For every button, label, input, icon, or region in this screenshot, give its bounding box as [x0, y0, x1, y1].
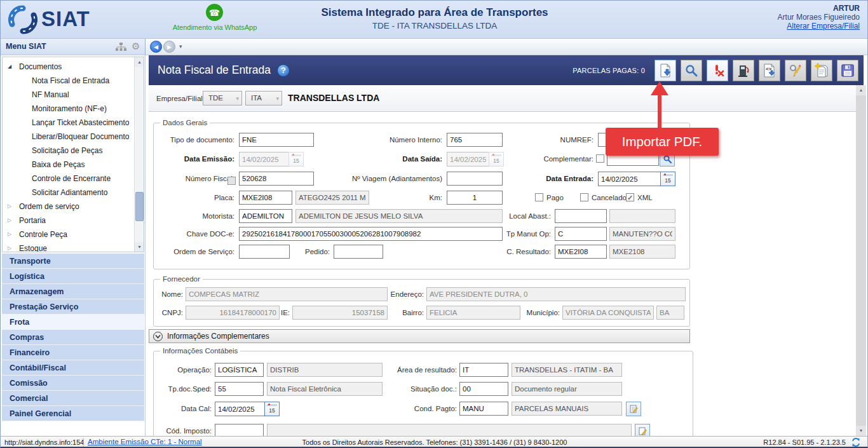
- chevron-down-icon: ▾: [236, 92, 239, 105]
- save-button[interactable]: [837, 60, 858, 81]
- sidebar-section-bar[interactable]: Transporte: [2, 254, 144, 269]
- sidebar-section-bar[interactable]: Comercial: [2, 391, 144, 406]
- calendar-icon[interactable]: 15: [660, 172, 675, 186]
- search-button[interactable]: [681, 60, 702, 81]
- whatsapp-icon[interactable]: ☎: [206, 4, 223, 21]
- motorista-input[interactable]: [239, 209, 292, 223]
- scroll-down-icon[interactable]: ▼: [135, 242, 144, 252]
- empresa-select[interactable]: TDE▾: [203, 91, 242, 105]
- tp-manut-op-input[interactable]: [555, 227, 607, 241]
- tree-expanded-icon[interactable]: ◢: [8, 60, 15, 74]
- whatsapp-label[interactable]: Atendimento via WhatsApp: [161, 24, 269, 31]
- tree-node-collapsed[interactable]: ▷ Estoque: [3, 241, 144, 252]
- tree-leaf-item[interactable]: Liberar/Bloquear Documento: [3, 130, 144, 144]
- pago-checkbox[interactable]: [535, 193, 543, 201]
- sidebar-section-bar[interactable]: Contábil/Fiscal: [2, 360, 144, 376]
- sidebar-section-bar[interactable]: Frota: [2, 315, 144, 330]
- tree-collapsed-icon[interactable]: ▷: [8, 227, 15, 241]
- sitemap-icon[interactable]: [116, 42, 126, 52]
- data-cal-input[interactable]: [215, 402, 264, 416]
- tree-node-documentos[interactable]: ◢ Documentos: [3, 60, 144, 74]
- chave-doce-input[interactable]: [239, 227, 503, 241]
- scrollbar-thumb[interactable]: [135, 192, 144, 221]
- parcelas-pagas-label: PARCELAS PAGAS: 0: [573, 67, 645, 74]
- tree-node-collapsed[interactable]: ▷ Ordem de serviço: [3, 200, 144, 214]
- new-document-button[interactable]: [811, 60, 832, 81]
- fornecedor-municipio-field: [562, 306, 654, 320]
- sidebar-section-bar[interactable]: Logística: [2, 269, 144, 284]
- tree-node-collapsed[interactable]: ▷ Portaria: [3, 214, 144, 227]
- edit-key-button[interactable]: [785, 60, 806, 81]
- cond-pagto-input[interactable]: [459, 402, 508, 416]
- page-header-subtitle: TDE - ITA TRANSDELLAS LTDA: [308, 21, 562, 31]
- situacao-doc-input[interactable]: [459, 382, 508, 396]
- tree-node-collapsed[interactable]: ▷ Controle Peça: [3, 227, 144, 241]
- data-entrada-input[interactable]: [598, 172, 660, 186]
- field-label: Nº Viagem (Adiantamentos): [318, 172, 442, 186]
- scroll-down-icon[interactable]: ▼: [856, 426, 866, 436]
- ordem-servico-input[interactable]: [239, 245, 290, 259]
- operacao-input[interactable]: [215, 363, 264, 377]
- tree-leaf-item[interactable]: Solicitação de Peças: [3, 144, 144, 158]
- filial-select[interactable]: ITA▾: [245, 91, 282, 105]
- tree-leaf-item[interactable]: Controle de Encerrante: [3, 172, 144, 186]
- field-label: Chave DOC-e:: [152, 227, 234, 241]
- tree-leaf-item[interactable]: NF Manual: [3, 88, 144, 102]
- tree-leaf-item[interactable]: Solicitar Adiantamento: [3, 186, 144, 200]
- data-cal-field[interactable]: 15: [215, 402, 280, 416]
- km-input[interactable]: [447, 191, 503, 205]
- calendar-icon[interactable]: 15: [264, 402, 280, 416]
- tree-collapsed-icon[interactable]: ▷: [8, 241, 15, 252]
- info-complementares-toggle-bar[interactable]: Informações Complementares: [149, 329, 690, 343]
- complementar-checkbox[interactable]: [596, 154, 604, 163]
- app-header: SIAT ☎ Atendimento via WhatsApp Sistema …: [1, 1, 868, 39]
- sidebar-section-bar[interactable]: Comissão: [2, 376, 144, 391]
- import-pdf-button[interactable]: [654, 60, 676, 81]
- tree-collapsed-icon[interactable]: ▷: [8, 200, 15, 214]
- data-entrada-field[interactable]: 15: [598, 172, 675, 186]
- cancel-document-button[interactable]: [707, 60, 728, 81]
- c-resultado-input[interactable]: [555, 245, 607, 259]
- settings-gear-icon[interactable]: ⚙: [132, 41, 140, 51]
- tree-scrollbar[interactable]: ▲ ▼: [134, 57, 144, 252]
- num-viagem-input[interactable]: [447, 172, 503, 186]
- cancelado-checkbox[interactable]: [580, 193, 588, 201]
- tree-collapsed-icon[interactable]: ▷: [8, 214, 15, 227]
- tp-doc-sped-input[interactable]: [215, 382, 264, 396]
- chevron-down-icon[interactable]: [153, 332, 163, 341]
- xml-checkbox[interactable]: ✓: [626, 193, 634, 201]
- forward-button[interactable]: ▶: [163, 41, 175, 53]
- scroll-up-icon[interactable]: ▲: [856, 85, 866, 95]
- numero-fiscal-input[interactable]: [239, 172, 314, 186]
- numero-interno-input[interactable]: [447, 133, 503, 147]
- tree-leaf-item[interactable]: Baixa de Peças: [3, 158, 144, 172]
- back-button[interactable]: ◀: [150, 41, 162, 53]
- tree-leaf-item[interactable]: Monitoramento (NF-e): [3, 102, 144, 116]
- numero-fiscal-checkbox[interactable]: [227, 177, 236, 185]
- content-scrollbar[interactable]: ▲ ▼: [856, 85, 866, 436]
- import-xml-button[interactable]: <>: [759, 60, 780, 81]
- sidebar-section-bar[interactable]: Prestação Serviço: [2, 299, 144, 315]
- form-title-bar: Nota Fiscal de Entrada ? PARCELAS PAGAS:…: [149, 55, 864, 85]
- tipo-documento-input[interactable]: [239, 133, 314, 147]
- change-company-link[interactable]: Alterar Empresa/Filial: [720, 22, 860, 31]
- sidebar-section-bar[interactable]: Compras: [2, 330, 144, 345]
- pedido-input[interactable]: [334, 245, 383, 259]
- help-icon[interactable]: ?: [277, 64, 290, 77]
- sidebar-section-bar[interactable]: Painel Gerencial: [2, 406, 144, 421]
- fornecedor-nome-field: [186, 287, 388, 301]
- local-abast-input[interactable]: [555, 209, 607, 223]
- placa-input[interactable]: [239, 191, 292, 205]
- tree-leaf-item[interactable]: Nota Fiscal de Entrada: [3, 74, 144, 88]
- refresh-icon[interactable]: [851, 437, 861, 447]
- sidebar-section-bar[interactable]: Armazenagem: [2, 284, 144, 299]
- nav-history-caret-icon[interactable]: ▾: [179, 43, 182, 50]
- scroll-up-icon[interactable]: ▲: [135, 57, 144, 67]
- sidebar-section-bar[interactable]: Financeiro: [2, 345, 144, 360]
- fuel-pump-button[interactable]: [733, 60, 754, 81]
- tree-leaf-item[interactable]: Lançar Ticket Abastecimento: [3, 116, 144, 130]
- pago-label: Pago: [546, 193, 564, 202]
- data-saida-input: [447, 152, 489, 166]
- cond-pagto-edit-button[interactable]: [626, 402, 641, 416]
- area-resultado-input[interactable]: [459, 363, 508, 377]
